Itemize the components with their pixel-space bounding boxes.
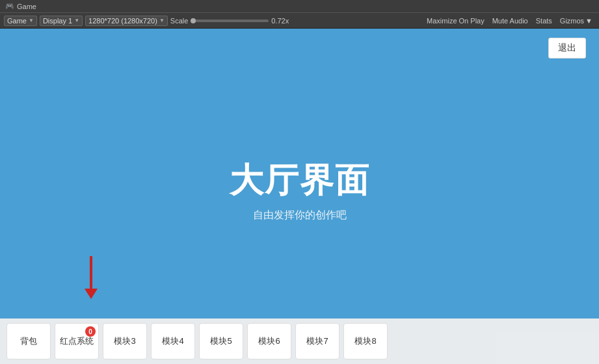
tab-item-7[interactable]: 模块8 bbox=[343, 323, 388, 359]
arrow-indicator bbox=[85, 256, 98, 299]
main-title: 大厅界面 bbox=[230, 158, 370, 203]
gizmos-arrow: ▼ bbox=[585, 17, 592, 25]
tab-label-2: 模块3 bbox=[114, 335, 135, 347]
scale-track[interactable] bbox=[191, 20, 269, 22]
tab-label-0: 背包 bbox=[20, 335, 37, 347]
tab-label-7: 模块8 bbox=[354, 335, 376, 347]
display-dropdown-label: Display 1 bbox=[43, 17, 72, 25]
tab-item-6[interactable]: 模块7 bbox=[295, 323, 339, 359]
tab-badge-1: 0 bbox=[85, 326, 96, 337]
resolution-dropdown-arrow: ▼ bbox=[159, 18, 165, 23]
display-dropdown-arrow: ▼ bbox=[74, 18, 79, 23]
game-dropdown-label: Game bbox=[7, 17, 27, 25]
display-dropdown[interactable]: Display 1 ▼ bbox=[40, 16, 83, 26]
arrow-head bbox=[85, 289, 98, 299]
scale-thumb[interactable] bbox=[191, 18, 196, 23]
arrow-shaft bbox=[90, 256, 92, 289]
tab-item-2[interactable]: 模块3 bbox=[103, 323, 147, 359]
game-dropdown-arrow: ▼ bbox=[29, 18, 34, 23]
gizmos-label: Gizmos bbox=[560, 17, 584, 25]
tab-item-5[interactable]: 模块6 bbox=[247, 323, 291, 359]
maximize-on-play-button[interactable]: Maximize On Play bbox=[424, 16, 487, 25]
tab-label-4: 模块5 bbox=[210, 335, 232, 347]
tab-item-1[interactable]: 红点系统0 bbox=[55, 323, 99, 359]
tab-label-3: 模块4 bbox=[162, 335, 183, 347]
resolution-dropdown[interactable]: 1280*720 (1280x720) ▼ bbox=[85, 16, 168, 26]
tab-item-3[interactable]: 模块4 bbox=[151, 323, 195, 359]
gizmos-button[interactable]: Gizmos ▼ bbox=[557, 16, 595, 25]
bottom-tabs: 背包红点系统0模块3模块4模块5模块6模块7模块8 bbox=[0, 318, 599, 364]
down-arrow-icon bbox=[85, 256, 98, 299]
tab-label-6: 模块7 bbox=[306, 335, 328, 347]
scale-container: Scale 0.72x bbox=[170, 17, 289, 25]
scale-label: Scale bbox=[170, 17, 189, 25]
game-view: 退出 大厅界面 自由发挥你的创作吧 背包红点系统0模块3模块4模块5模块6模块7… bbox=[0, 29, 599, 364]
tab-label-5: 模块6 bbox=[258, 335, 280, 347]
tab-item-4[interactable]: 模块5 bbox=[199, 323, 243, 359]
title-bar: 🎮 Game bbox=[0, 0, 599, 13]
mute-audio-button[interactable]: Mute Audio bbox=[490, 16, 531, 25]
main-title-area: 大厅界面 自由发挥你的创作吧 bbox=[230, 158, 370, 222]
game-dropdown[interactable]: Game ▼ bbox=[4, 16, 37, 26]
tab-item-0[interactable]: 背包 bbox=[7, 323, 51, 359]
toolbar: Game ▼ Display 1 ▼ 1280*720 (1280x720) ▼… bbox=[0, 13, 599, 29]
stats-button[interactable]: Stats bbox=[533, 16, 555, 25]
tab-label-1: 红点系统 bbox=[60, 335, 94, 347]
title-bar-label: Game bbox=[17, 3, 36, 10]
exit-button[interactable]: 退出 bbox=[548, 38, 586, 58]
scale-value: 0.72x bbox=[271, 17, 289, 25]
main-subtitle: 自由发挥你的创作吧 bbox=[230, 209, 370, 222]
game-icon: 🎮 bbox=[5, 2, 14, 10]
resolution-dropdown-label: 1280*720 (1280x720) bbox=[88, 17, 157, 25]
